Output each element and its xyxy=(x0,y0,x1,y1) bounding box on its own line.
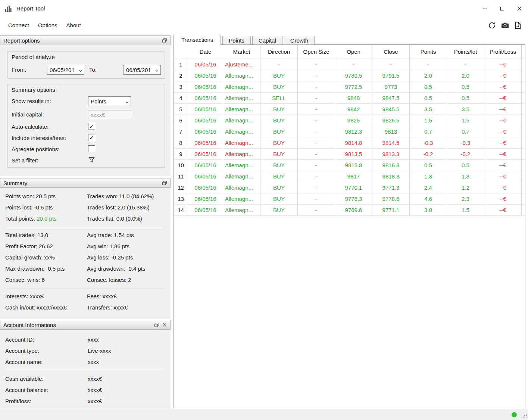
stat-value: 13.0 xyxy=(37,232,48,238)
open-cell: 9769.6 xyxy=(335,205,372,215)
checkbox-label: Include interests/fees: xyxy=(12,135,66,141)
column-header-close[interactable]: Close xyxy=(372,45,410,59)
chevron-down-icon xyxy=(79,67,82,73)
chevron-down-icon xyxy=(125,98,129,105)
column-header-market[interactable]: Market xyxy=(223,45,260,59)
table-row[interactable]: 2 06/05/16 Allemagn... BUY - 9789.5 9791… xyxy=(174,70,525,81)
open-size-cell: - xyxy=(298,193,335,204)
checkbox[interactable] xyxy=(88,123,95,130)
open-size-cell: - xyxy=(298,137,335,148)
open-cell: 9776.3 xyxy=(335,193,372,204)
stat-label: Consec. losses: xyxy=(87,277,126,283)
report-options-header[interactable]: Report options xyxy=(0,35,171,45)
points-lot-cell: 0.7 xyxy=(447,126,484,137)
stat-value: 0.0 (0.0%) xyxy=(116,215,142,222)
refresh-icon[interactable] xyxy=(488,21,496,29)
table-row[interactable]: 12 06/05/16 Allemagn... BUY - 9770.1 977… xyxy=(174,182,525,193)
menu-item[interactable]: About xyxy=(62,20,85,31)
column-header-points[interactable]: Points xyxy=(410,45,447,59)
table-row[interactable]: 6 06/05/16 Allemagn... BUY - 9825 9826.5… xyxy=(174,115,525,126)
profit-loss-cell: --€ xyxy=(484,171,522,182)
to-label: To: xyxy=(89,66,97,73)
summary-header[interactable]: Summary xyxy=(0,178,171,188)
column-header-date[interactable]: Date xyxy=(188,45,223,59)
row-number-cell: 13 xyxy=(174,193,188,204)
camera-icon[interactable] xyxy=(501,21,509,29)
open-cell: 9815.8 xyxy=(335,160,372,171)
title-bar[interactable]: Report Tool xyxy=(0,0,528,17)
profit-loss-cell: --€ xyxy=(484,115,522,126)
direction-cell: BUY xyxy=(260,193,298,204)
date-cell: 06/05/16 xyxy=(188,137,223,148)
tab[interactable]: Points xyxy=(222,36,251,45)
column-header-points-lot[interactable]: Points/lot xyxy=(447,45,484,59)
menu-item[interactable]: Connect xyxy=(4,20,34,31)
float-panel-icon[interactable] xyxy=(162,38,167,43)
column-header-open-size[interactable]: Open Size xyxy=(298,45,335,59)
stat-label: Trades flat: xyxy=(87,215,115,222)
float-panel-icon[interactable] xyxy=(154,322,159,327)
market-cell: Allemagn... xyxy=(223,171,260,182)
profit-loss-cell: --€ xyxy=(484,182,522,193)
from-label: From: xyxy=(12,66,26,73)
stat-value: xxxx€ xyxy=(30,293,44,299)
points-lot-cell: 0.5 xyxy=(447,93,484,103)
table-row[interactable]: 7 06/05/16 Allemagn... BUY - 9812.3 9813… xyxy=(174,126,525,137)
table-row[interactable]: 5 06/05/16 Allemagn... BUY - 9842 9845.5… xyxy=(174,104,525,115)
close-button[interactable] xyxy=(511,0,528,17)
points-cell: 3.5 xyxy=(410,104,447,115)
filter-icon[interactable] xyxy=(88,157,95,164)
divider xyxy=(5,228,165,228)
open-cell: - xyxy=(335,59,372,70)
column-header-open[interactable]: Open xyxy=(335,45,372,59)
checkbox[interactable] xyxy=(88,134,95,141)
tab[interactable]: Growth xyxy=(284,36,315,45)
table-row[interactable]: 9 06/05/16 Allemagn... BUY - 9813.5 9813… xyxy=(174,149,525,160)
date-cell: 06/05/16 xyxy=(188,160,223,171)
table-row[interactable]: 3 06/05/16 Allemagn... BUY - 9772.5 9773… xyxy=(174,81,525,93)
table-row[interactable]: 11 06/05/16 Allemagn... BUY - 9817 9818.… xyxy=(174,171,525,182)
from-date-combobox[interactable]: 06/05/201 xyxy=(47,65,84,75)
profit-loss-cell: --€ xyxy=(484,160,522,171)
chevron-down-icon xyxy=(155,67,159,73)
resize-grip-icon[interactable] xyxy=(522,413,527,419)
stat-value: -0.4 pts xyxy=(126,265,145,272)
row-number-cell: 11 xyxy=(174,171,188,182)
column-header-profit-loss[interactable]: Profit/Loss xyxy=(484,45,522,59)
to-date-combobox[interactable]: 06/05/201 xyxy=(124,65,161,75)
show-results-combobox[interactable]: Points xyxy=(88,96,131,106)
profit-loss-cell: --€ xyxy=(484,149,522,159)
market-cell: Allemagn... xyxy=(223,115,260,126)
table-row[interactable]: 4 06/05/16 Allemagn... SELL - 9848 9847.… xyxy=(174,93,525,104)
open-size-cell: - xyxy=(298,182,335,193)
summary-panel: Summary Points won: 20.5 pts Trades won:… xyxy=(0,178,171,319)
export-report-icon[interactable] xyxy=(514,21,522,29)
table-row[interactable]: 10 06/05/16 Allemagn... BUY - 9815.8 981… xyxy=(174,160,525,171)
panel-title: Report options xyxy=(3,37,40,44)
float-panel-icon[interactable] xyxy=(162,180,167,186)
close-panel-icon[interactable] xyxy=(162,322,167,327)
profit-loss-cell: --€ xyxy=(484,205,522,215)
checkbox[interactable] xyxy=(88,145,95,152)
market-cell: Allemagn... xyxy=(223,93,260,103)
table-row[interactable]: 8 06/05/16 Allemagn... BUY - 9814.8 9814… xyxy=(174,137,525,149)
row-number-cell: 4 xyxy=(174,93,188,103)
account-value: xxxx xyxy=(88,357,99,368)
market-cell: Allemagn... xyxy=(223,137,260,148)
table-row[interactable]: 1 06/05/16 Ajusteme... - - - - - - --€ xyxy=(174,59,525,70)
maximize-button[interactable] xyxy=(494,0,511,17)
checkbox-label: Auto-calculate: xyxy=(12,124,49,130)
panel-title: Summary xyxy=(3,180,27,186)
account-value: xxxx€ xyxy=(88,385,102,396)
initial-capital-input[interactable] xyxy=(88,110,132,119)
tab[interactable]: Transactions xyxy=(174,35,221,45)
table-row[interactable]: 14 06/05/16 Allemagn... BUY - 9769.6 977… xyxy=(174,205,525,216)
date-cell: 06/05/16 xyxy=(188,115,223,126)
minimize-button[interactable] xyxy=(477,0,494,17)
account-informations-header[interactable]: Account Informations xyxy=(0,320,171,330)
menu-item[interactable]: Options xyxy=(34,20,62,31)
tab[interactable]: Capital xyxy=(252,36,282,45)
column-header-direction[interactable]: Direction xyxy=(260,45,298,59)
table-row[interactable]: 13 06/05/16 Allemagn... BUY - 9776.3 977… xyxy=(174,193,525,205)
stat-value: 20.0 pts xyxy=(37,215,56,222)
